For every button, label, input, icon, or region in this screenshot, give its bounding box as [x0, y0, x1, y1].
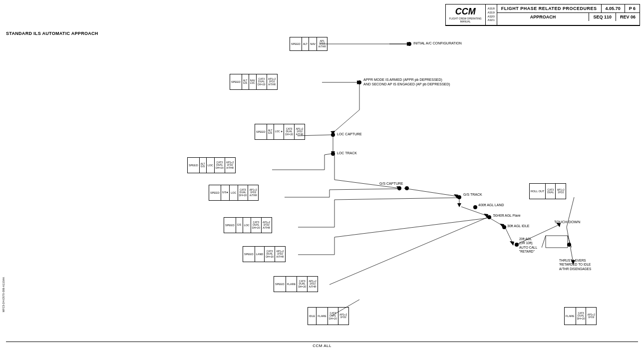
fcu-cell-cat3: CAT3 DUAL DH=20 — [297, 277, 308, 292]
rev-number: REV 06 — [616, 13, 640, 21]
fcu-cell-gs-star: G/S★ — [221, 185, 230, 200]
fcu-box-2: SPEED ALT G/S NAV LOC CAT3 DUAL DH=20 AP… — [230, 74, 278, 90]
20ft-label: 20ft AGL(OR 10ft)AUTO CALL"RETARD" — [519, 237, 537, 254]
fcu-cell-idle: IDLE — [308, 308, 317, 325]
page-number: 4.05.70 — [602, 4, 625, 12]
node-5040ft — [487, 215, 491, 219]
fcu-cell-speed: SPEED — [274, 277, 286, 292]
fcu-cell-ap: AP1+2 1FD2 A/THR — [308, 277, 318, 292]
fcu-cell-speed: SPEED — [290, 37, 302, 50]
5040ft-label: 50/40ft AGL Flare — [493, 213, 521, 218]
svg-line-12 — [324, 154, 331, 155]
node-400ft — [473, 205, 477, 209]
svg-line-45 — [568, 236, 572, 248]
header: CCM FLIGHT CREW OPERATING MANUAL A318 A3… — [445, 4, 640, 26]
header-title-section: FLIGHT PHASE RELATED PROCEDURES 4.05.70 … — [497, 4, 640, 25]
cat3-cell: CAT3 DUAL — [546, 184, 556, 199]
fcu-cell-alt-gs: ALT G/S — [200, 158, 207, 173]
svg-line-44 — [542, 236, 546, 248]
node-initial-config — [407, 42, 411, 46]
runway-symbol — [542, 234, 572, 249]
fcu-cell-flare: FLARE — [286, 277, 298, 292]
fcu-cell-ap: AP1+2 1FD2 A/THR — [295, 124, 305, 139]
fcu-cell-ap: AP1+2 1FD2 A/THR — [225, 158, 235, 173]
svg-line-5 — [333, 110, 359, 132]
fcu-box-9: IDLE FLARE CAT3 DUAL DH=20 AP1+2 1FD2 — [308, 307, 349, 325]
svg-line-34 — [334, 218, 487, 237]
fcu-cell-gs: G/S — [236, 218, 243, 233]
fcu-cell-speed: SPEED — [224, 218, 236, 233]
cat3-cell: CAT3 DUAL DH=20 — [576, 308, 587, 325]
seq-number: SEQ 110 — [589, 13, 616, 21]
ap-cell: AP1+2 1FD2 — [556, 184, 566, 199]
svg-line-19 — [404, 188, 457, 196]
fcu-cell-cat3: CAT3 DUAL DH=20 — [251, 218, 262, 233]
page-title: STANDARD ILS AUTOMATIC APPROACH — [6, 31, 98, 36]
ap-cell: AP1+2 1FD2 — [586, 308, 596, 325]
30ft-label: 30ft AGL IDLE — [507, 224, 530, 228]
loc-capture-label: LOC CAPTURE — [337, 132, 362, 136]
fcu-cell-cat3: CAT3 DUAL DH=20 — [328, 308, 338, 325]
roll-out-box: ROLL OUT CAT3 DUAL AP1+2 1FD2 — [529, 183, 566, 199]
fcu-cell-cat3: CAT3 DUAL DH=20 — [215, 158, 225, 173]
fcu-cell-loc: LOC — [230, 185, 238, 200]
node-gs-capture-out — [405, 186, 409, 190]
fcu-box-5: SPEED G/S★ LOC CAT3 DUAL DH=20 AP1+2 1FD… — [209, 185, 259, 201]
touch-down-label: TOUCH DOWN — [554, 220, 580, 225]
roll-out-label: ROLL OUT — [530, 184, 546, 199]
fcu-cell-ap: AP1+2 1FD2 A/THR — [262, 218, 272, 233]
fcu-cell-ap: AP1+2 1FD2 — [338, 308, 348, 325]
fcu-cell-cat3: CAT3 DUAL DH=20 — [265, 247, 275, 262]
fcu-cell-alt: ALT — [302, 37, 310, 50]
fcu-cell-land: LAND — [255, 247, 265, 262]
fcu-box-7: SPEED LAND CAT3 DUAL DH=20 AP1+2 1FD2 A/… — [243, 246, 286, 262]
appr-mode-label: APPR MODE IS ARMED (APPR pb DEPRESSED)AN… — [363, 77, 450, 86]
node-appr-mode — [357, 80, 361, 84]
node-gs-capture-in — [397, 186, 401, 190]
fcu-box-1: SPEED ALT NAV AP1 1FD2 A/THR — [290, 37, 327, 51]
node-loc-track — [331, 152, 335, 156]
fcu-cell-nav-loc: NAV LOC — [249, 74, 257, 89]
fcu-box-8: SPEED FLARE CAT3 DUAL DH=20 AP1+2 1FD2 A… — [274, 276, 318, 292]
main-title: FLIGHT PHASE RELATED PROCEDURES — [497, 4, 602, 12]
flare-box-right: FLARE CAT3 DUAL DH=20 AP1+2 1FD2 — [564, 307, 597, 325]
fcu-cell-alt-gs: ALT G/S — [242, 74, 249, 89]
svg-line-18 — [329, 189, 399, 190]
fcu-box-6: SPEED G/S LOC CAT3 DUAL DH=20 AP1+2 1FD2… — [224, 217, 272, 233]
logo: CCM FLIGHT CREW OPERATING MANUAL — [446, 4, 486, 25]
svg-marker-31 — [510, 241, 514, 246]
fcu-cell-speed: SPEED — [243, 247, 255, 262]
fcu-cell-loc: LOC — [207, 158, 215, 173]
node-loc-capture — [331, 133, 335, 137]
sidebar-code: MFC5-D4-D570-006-A110AA — [2, 277, 5, 312]
node-20ft — [515, 243, 519, 247]
footer-text: CCM ALL — [313, 344, 331, 348]
page-label: P 6 — [625, 4, 640, 12]
svg-marker-25 — [457, 203, 461, 207]
fcu-cell-speed: SPEED — [209, 185, 221, 200]
fcu-cell-ap: AP1 1FD2 A/THR — [317, 37, 327, 50]
gs-track-label: G/S TRACK — [463, 192, 482, 197]
logo-text: CCM — [455, 6, 476, 17]
fcu-cell-speed: SPEED — [230, 74, 242, 89]
svg-line-35 — [329, 218, 487, 285]
svg-line-30 — [506, 229, 513, 243]
fcu-cell-ap: AP1+2 1FD2 A/THR — [248, 185, 258, 200]
fcu-cell-nav: NAV — [309, 37, 317, 50]
footer-line — [6, 342, 638, 342]
fcu-box-4: SPEED ALT G/S LOC CAT3 DUAL DH=20 AP1+2 … — [187, 157, 236, 173]
fcu-cell-cat3: CAT3 DUAL DH=20 — [238, 185, 249, 200]
fcu-cell-loc-star: LOC ★ — [274, 124, 285, 139]
svg-marker-43 — [546, 236, 568, 248]
aircraft-models: A318 A319 A320 A321 — [486, 4, 497, 25]
fcu-cell-loc: LOC — [243, 218, 251, 233]
fcu-cell-alt-gs: ALT G/S — [267, 124, 274, 139]
diagram-svg — [0, 0, 644, 352]
gs-capture-label: G/S CAPTURE — [379, 181, 403, 186]
fcu-cell-ap: AP1+2 1FD2 A/THR — [275, 247, 285, 262]
fcu-cell-cat3: CAT3 DUAL DH=20 — [257, 74, 267, 89]
thrust-levers-label: THRUST LEVERS'RETARDED TO IDLEA/THR DISE… — [559, 259, 591, 271]
fcu-cell-speed: SPEED — [255, 124, 267, 139]
svg-line-23 — [334, 198, 457, 200]
logo-subtitle: FLIGHT CREW OPERATING MANUAL — [448, 17, 483, 23]
